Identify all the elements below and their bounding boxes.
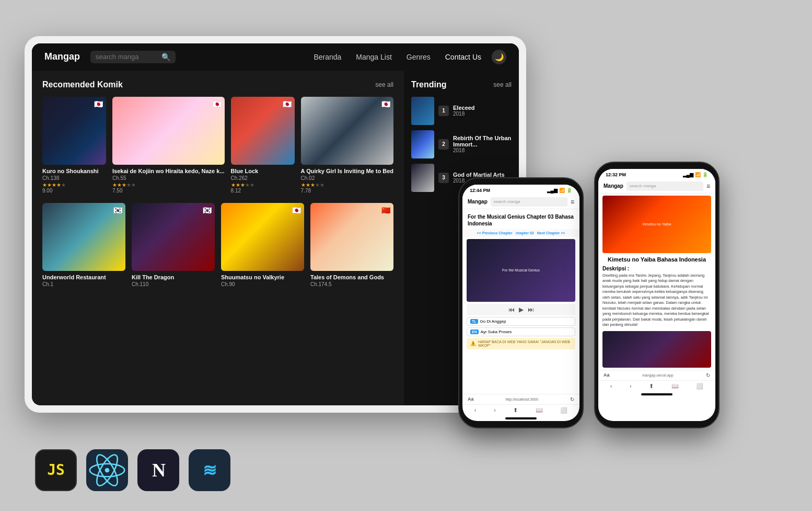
manga-grid-row1: 🇯🇵 Kuro no Shoukanshi Ch.138 ★★★★★ 9.00 (42, 97, 393, 194)
search-input[interactable] (96, 53, 158, 61)
phone-left-browser-nav: ‹ › ⬆ 📖 ⬜ (462, 404, 579, 416)
manga-info-4: Underworld Restaurant Ch.1 (42, 274, 125, 287)
nav-genres[interactable]: Genres (407, 53, 431, 61)
manga-chapter-0: Ch.138 (42, 175, 106, 181)
scene: Mangap 🔍 Beranda Manga List Genres Conta… (25, 20, 787, 491)
manga-card-7[interactable]: 🇨🇳 Tales of Demons and Gods Ch.174.5 (310, 203, 393, 287)
javascript-icon: JS (35, 449, 77, 491)
manga-detail-description: Disetting pada era Taisho Jepang, Tanjir… (602, 273, 711, 328)
share-icon[interactable]: ⬆ (513, 407, 518, 414)
phone-left-bottom-bar: Aa http://localhost:3000 ↻ (462, 394, 579, 404)
manga-detail-cover[interactable]: Kimetsu no Yaiba (602, 196, 711, 253)
manga-card-3[interactable]: 🇯🇵 A Quirky Girl Is Inviting Me to Bed C… (301, 97, 393, 194)
manga-card-6[interactable]: 🇯🇵 Shuumatsu no Valkyrie Ch.90 (221, 203, 304, 287)
recommended-see-all[interactable]: see all (375, 81, 393, 88)
tailwind-icon: ≋ (189, 449, 230, 491)
trending-see-all[interactable]: see all (493, 81, 512, 88)
hamburger-icon[interactable]: ≡ (571, 198, 574, 206)
manga-chapter-2: Ch.262 (231, 175, 295, 181)
phone-left-content: For the Musical Genius Chapter 03 Bahasa… (462, 209, 579, 394)
refresh-icon-r[interactable]: ↻ (706, 372, 710, 378)
navbar-search-container[interactable]: 🔍 (90, 51, 176, 63)
manga-rating-0: 9.00 (42, 188, 106, 194)
en-badge[interactable]: EN Ayr Suka Proses (467, 327, 575, 336)
bookmarks-icon[interactable]: 📖 (536, 407, 543, 414)
manga-title-7: Tales of Demons and Gods (310, 274, 393, 280)
phone-right-search[interactable]: search manga (627, 181, 703, 191)
back-icon[interactable]: ‹ (474, 407, 477, 414)
recommended-title: Recomended Komik (42, 80, 123, 89)
phone-left-device: 12:44 PM ▂▄▆ 📶 🔋 Mangap search manga ≡ F… (458, 177, 584, 428)
tablet-device: Mangap 🔍 Beranda Manga List Genres Conta… (25, 36, 526, 413)
search-icon: 🔍 (161, 53, 170, 61)
skip-forward-icon[interactable]: ⏭ (528, 306, 534, 313)
phone-left-search[interactable]: search manga (491, 197, 567, 207)
warning-icon: ⚠️ (470, 340, 476, 346)
manga-cover-1: 🇯🇵 (112, 97, 225, 165)
react-icon (86, 449, 128, 491)
phone-left-status-icons: ▂▄▆ 📶 🔋 (547, 188, 572, 193)
navbar: Mangap 🔍 Beranda Manga List Genres Conta… (32, 43, 519, 71)
manga-cover-6: 🇯🇵 (221, 203, 304, 271)
font-size-btn[interactable]: Aa (468, 396, 474, 402)
trending-item-1[interactable]: 2 Rebirth Of The Urban Immort... 2018 (411, 130, 512, 158)
trending-year-0: 2018 (453, 111, 512, 117)
skip-back-icon[interactable]: ⏮ (508, 306, 515, 313)
tl-text: Go Di Anggep (480, 319, 506, 324)
manga-detail-bottom-img (602, 331, 711, 368)
en-text: Ayr Suka Proses (481, 330, 512, 334)
recommended-header: Recomended Komik see all (42, 80, 393, 89)
svg-point-3 (105, 468, 110, 472)
url-bar[interactable]: http://localhost:3000 (474, 398, 570, 401)
manga-title-4: Underworld Restaurant (42, 274, 125, 280)
trending-item-0[interactable]: 1 Eleceed 2018 (411, 97, 512, 125)
phone-left-logo: Mangap (468, 199, 488, 205)
manga-info-1: Isekai de Kojiin wo Hiraita kedo, Naze k… (112, 168, 225, 194)
trending-rank-1: 2 (438, 139, 449, 150)
bookmarks-icon-r[interactable]: 📖 (671, 383, 679, 390)
phone-right-time: 12:32 PM (606, 172, 626, 177)
dark-mode-button[interactable]: 🌙 (492, 50, 506, 64)
manga-card-5[interactable]: 🇰🇷 Kill The Dragon Ch.110 (132, 203, 215, 287)
en-label: EN (470, 330, 479, 334)
manga-card-1[interactable]: 🇯🇵 Isekai de Kojiin wo Hiraita kedo, Naz… (112, 97, 225, 194)
navbar-logo: Mangap (44, 51, 80, 62)
manga-cover-5: 🇰🇷 (132, 203, 215, 271)
manga-card-2[interactable]: 🇯🇵 Blue Lock Ch.262 ★★★★★ 8.12 (231, 97, 295, 194)
prev-chapter-btn[interactable]: << Previous Chapter (477, 231, 513, 235)
audio-controls[interactable]: ⏮ ▶ ⏭ (467, 304, 575, 315)
nav-beranda[interactable]: Beranda (314, 53, 341, 61)
nav-manga-list[interactable]: Manga List (356, 53, 391, 61)
warning-text: HARAP BACA DI WEB YANG SAMA! "JANGAN DI … (478, 340, 572, 347)
battery-icon-r: 🔋 (702, 172, 708, 177)
manga-reader: For the Musical Genius (467, 239, 575, 302)
share-icon-r[interactable]: ⬆ (649, 383, 654, 390)
navbar-links: Beranda Manga List Genres Contact Us (314, 53, 481, 61)
refresh-icon[interactable]: ↻ (570, 396, 574, 402)
flag-badge-3: 🇯🇵 (381, 100, 390, 108)
manga-card-4[interactable]: 🇰🇷 Underworld Restaurant Ch.1 (42, 203, 125, 287)
phone-right-status-bar: 12:32 PM ▂▄▆ 📶 🔋 (598, 169, 715, 179)
play-icon[interactable]: ▶ (519, 306, 524, 313)
tabs-icon[interactable]: ⬜ (560, 407, 567, 414)
manga-title-2: Blue Lock (231, 168, 295, 174)
trending-title: Trending (411, 80, 447, 89)
phone-left-time: 12:44 PM (470, 188, 490, 193)
battery-icon: 🔋 (566, 188, 572, 193)
manga-chapter-5: Ch.110 (132, 281, 215, 287)
trending-cover-0 (411, 97, 434, 125)
tabs-icon-r[interactable]: ⬜ (696, 383, 703, 390)
url-bar-r[interactable]: mangap.vercel.app (610, 373, 706, 377)
manga-card-0[interactable]: 🇯🇵 Kuro no Shoukanshi Ch.138 ★★★★★ 9.00 (42, 97, 106, 194)
next-chapter-btn[interactable]: Next Chapter >> (537, 231, 565, 235)
forward-icon-r[interactable]: › (630, 383, 632, 390)
phone-right-content: Kimetsu no Yaiba Kimetsu no Yaiba Bahasa… (598, 194, 715, 370)
flag-badge-2: 🇯🇵 (283, 100, 292, 108)
nav-contact-us[interactable]: Contact Us (445, 53, 481, 61)
back-icon-r[interactable]: ‹ (610, 383, 612, 390)
manga-rating-3: 7.78 (301, 188, 393, 194)
hamburger-icon-r[interactable]: ≡ (706, 183, 710, 190)
font-size-btn-r[interactable]: Aa (604, 372, 610, 378)
forward-icon[interactable]: › (494, 407, 496, 414)
tl-badge[interactable]: TL Go Di Anggep (467, 317, 575, 326)
